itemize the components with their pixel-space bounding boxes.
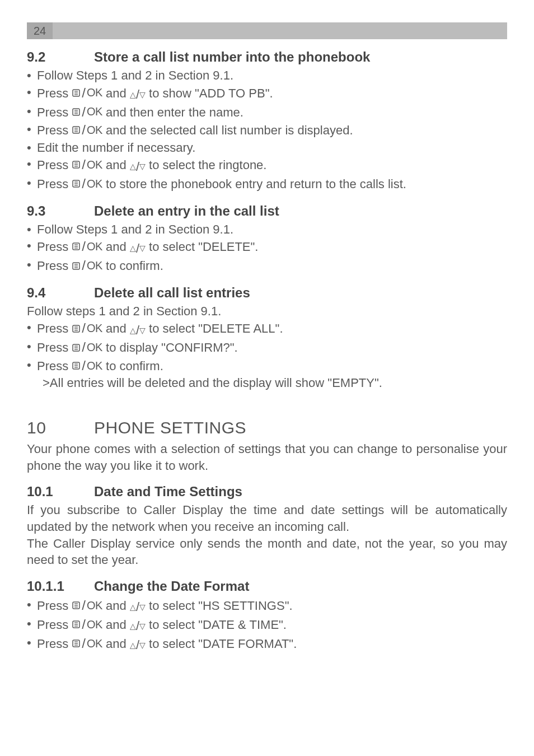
menu-ok-icon: /OK [72, 175, 102, 193]
heading-10-1-1: 10.1.1 Change the Date Format [27, 578, 507, 594]
page-number: 24 [27, 22, 53, 39]
list-item: •Edit the number if necessary. [27, 139, 507, 156]
up-down-icon: △/▽ [130, 86, 146, 103]
up-down-icon: △/▽ [130, 599, 146, 615]
heading-number: 9.4 [27, 285, 94, 301]
up-down-icon: △/▽ [130, 637, 146, 654]
up-down-icon: △/▽ [130, 618, 146, 634]
list-item: • Press /OK and △/▽ to select "DATE FORM… [27, 634, 507, 654]
page-header-bar: 24 [27, 22, 507, 39]
heading-9-2: 9.2 Store a call list number into the ph… [27, 49, 507, 65]
heading-title: Delete all call list entries [94, 285, 250, 301]
heading-number: 9.3 [27, 203, 94, 219]
list-item: • Press /OK to store the phonebook entry… [27, 175, 507, 193]
intro-10: Your phone comes with a selection of set… [27, 441, 507, 474]
list-item: • Press /OK to display "CONFIRM?". [27, 338, 507, 356]
list-9-2: •Follow Steps 1 and 2 in Section 9.1. • … [27, 67, 507, 193]
menu-ok-icon: /OK [72, 237, 102, 255]
menu-ok-icon: /OK [72, 84, 102, 102]
up-down-icon: △/▽ [130, 322, 146, 339]
heading-title: PHONE SETTINGS [94, 418, 246, 437]
list-10-1-1: • Press /OK and △/▽ to select "HS SETTIN… [27, 596, 507, 654]
list-item: • Press /OK and △/▽ to show "ADD TO PB". [27, 84, 507, 103]
heading-title: Delete an entry in the call list [94, 203, 279, 219]
heading-10-1: 10.1 Date and Time Settings [27, 484, 507, 500]
sub-note-9-4: >All entries will be deleted and the dis… [27, 375, 507, 391]
heading-number: 10 [27, 418, 94, 437]
menu-ok-icon: /OK [72, 357, 102, 375]
list-item: • Press /OK and △/▽ to select "DATE & TI… [27, 615, 507, 634]
list-item: • Press /OK and △/▽ to select "HS SETTIN… [27, 596, 507, 615]
heading-9-4: 9.4 Delete all call list entries [27, 285, 507, 301]
heading-number: 10.1.1 [27, 578, 94, 594]
heading-title: Store a call list number into the phoneb… [94, 49, 370, 65]
menu-ok-icon: /OK [72, 319, 102, 337]
menu-ok-icon: /OK [72, 615, 102, 633]
list-item: • Press /OK to confirm. [27, 357, 507, 375]
list-item: • Press /OK and the selected call list n… [27, 121, 507, 139]
list-item: • Press /OK and △/▽ to select the ringto… [27, 156, 507, 175]
heading-title: Change the Date Format [94, 578, 249, 594]
heading-number: 10.1 [27, 484, 94, 500]
menu-ok-icon: /OK [72, 121, 102, 139]
menu-ok-icon: /OK [72, 256, 102, 274]
list-9-3: •Follow Steps 1 and 2 in Section 9.1. • … [27, 221, 507, 275]
menu-ok-icon: /OK [72, 338, 102, 356]
list-item: •Follow Steps 1 and 2 in Section 9.1. [27, 221, 507, 238]
menu-ok-icon: /OK [72, 596, 102, 614]
para-10-1-b: The Caller Display service only sends th… [27, 535, 507, 568]
heading-title: Date and Time Settings [94, 484, 242, 500]
list-9-4: • Press /OK and △/▽ to select "DELETE AL… [27, 319, 507, 375]
para-10-1-a: If you subscribe to Caller Display the t… [27, 502, 507, 535]
menu-ok-icon: /OK [72, 156, 102, 174]
heading-10: 10 PHONE SETTINGS [27, 418, 507, 437]
list-item: •Follow Steps 1 and 2 in Section 9.1. [27, 67, 507, 84]
menu-ok-icon: /OK [72, 103, 102, 121]
list-item: • Press /OK and △/▽ to select "DELETE". [27, 237, 507, 256]
intro-9-4: Follow steps 1 and 2 in Section 9.1. [27, 303, 507, 320]
list-item: • Press /OK and △/▽ to select "DELETE AL… [27, 319, 507, 338]
up-down-icon: △/▽ [130, 158, 146, 175]
up-down-icon: △/▽ [130, 240, 146, 257]
menu-ok-icon: /OK [72, 634, 102, 652]
heading-number: 9.2 [27, 49, 94, 65]
list-item: • Press /OK to confirm. [27, 256, 507, 274]
heading-9-3: 9.3 Delete an entry in the call list [27, 203, 507, 219]
list-item: • Press /OK and then enter the name. [27, 103, 507, 121]
